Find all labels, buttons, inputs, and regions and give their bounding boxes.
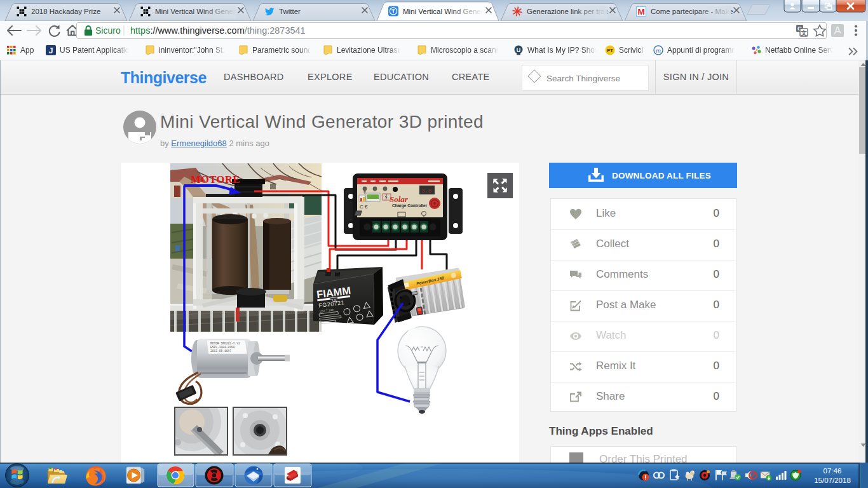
svg-text:Solar: Solar <box>390 194 409 204</box>
svg-text:m: m <box>656 46 661 54</box>
svg-text:07:46: 07:46 <box>824 467 842 475</box>
svg-text:MOTORE: MOTORE <box>191 173 240 186</box>
svg-text:ESPL-3404-0100: ESPL-3404-0100 <box>210 346 235 349</box>
svg-text:https://www.thingiverse.com/th: https://www.thingiverse.com/thing:287354… <box>130 25 306 36</box>
svg-text:C €: C € <box>360 204 368 210</box>
svg-text:UL: UL <box>332 297 338 302</box>
svg-text:文: 文 <box>801 29 807 36</box>
svg-text:PT: PT <box>607 48 613 53</box>
svg-text:M: M <box>637 7 644 17</box>
svg-text:Sicuro: Sicuro <box>95 25 121 36</box>
svg-text:Search Thingiverse: Search Thingiverse <box>546 74 620 83</box>
svg-text:15/07/2018: 15/07/2018 <box>814 477 851 484</box>
svg-text:3.8: 3.8 <box>421 188 431 194</box>
svg-text:Twitter: Twitter <box>279 8 301 15</box>
svg-text:MOTOR SM6201-T V2: MOTOR SM6201-T V2 <box>210 342 240 345</box>
svg-text:J: J <box>49 46 53 55</box>
svg-text:Charge Controller: Charge Controller <box>392 203 428 208</box>
svg-text:U: U <box>517 47 521 53</box>
svg-text:DOWNLOAD ALL FILES: DOWNLOAD ALL FILES <box>612 171 711 180</box>
svg-text:2013-05-16A7: 2013-05-16A7 <box>210 349 231 353</box>
svg-text:2018 Hackaday Prize: 2018 Hackaday Prize <box>31 8 100 15</box>
